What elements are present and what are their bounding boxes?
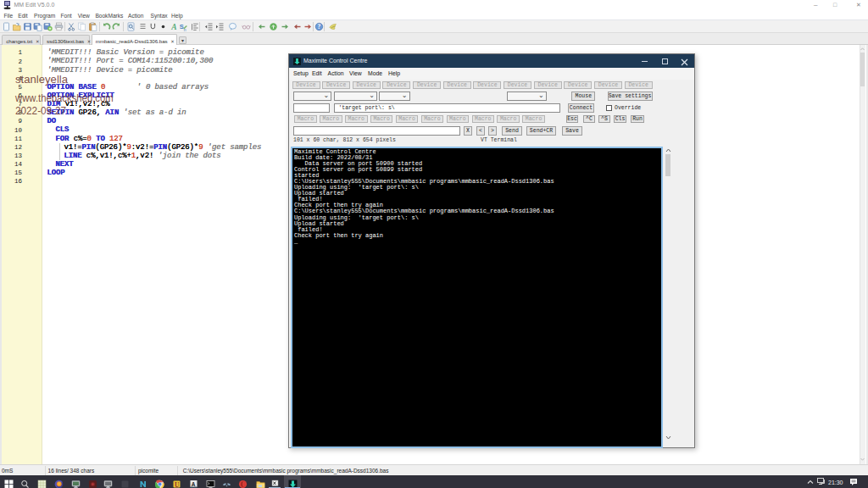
svg-text:?: ? [317, 23, 320, 30]
svg-text:A: A [170, 23, 176, 31]
svg-text:A: A [191, 481, 195, 487]
svg-text:n: n [183, 27, 186, 32]
svg-text:U: U [175, 481, 180, 488]
